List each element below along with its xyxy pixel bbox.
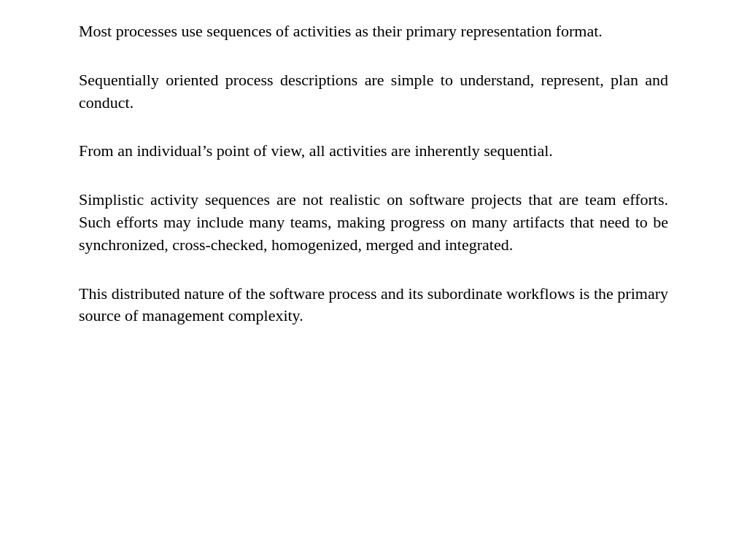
paragraph-5: This distributed nature of the software … [79,283,668,328]
paragraph-2: Sequentially oriented process descriptio… [79,69,668,114]
paragraph-4: Simplistic activity sequences are not re… [79,189,668,256]
paragraph-3: From an individual’s point of view, all … [79,140,668,163]
main-content: Most processes use sequences of activiti… [0,0,747,348]
paragraph-1: Most processes use sequences of activiti… [79,20,668,43]
